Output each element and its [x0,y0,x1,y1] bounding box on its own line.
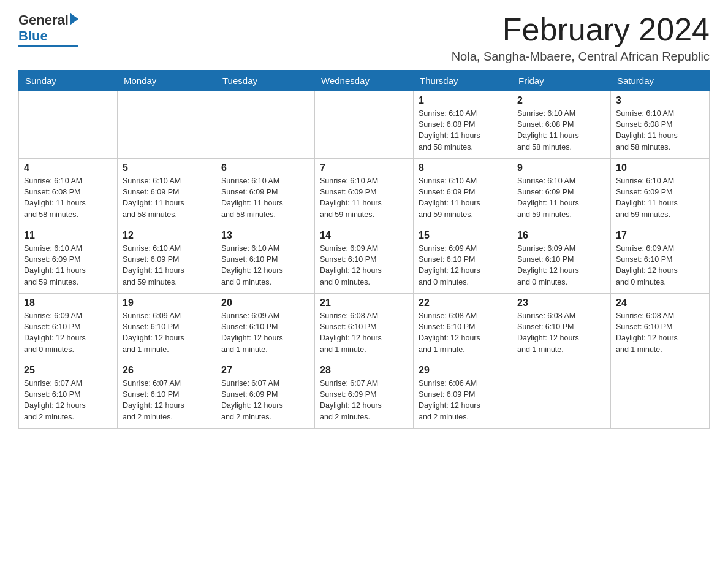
logo: General Blue [18,12,78,47]
calendar-week-row: 18Sunrise: 6:09 AM Sunset: 6:10 PM Dayli… [19,294,710,361]
calendar-day-cell: 18Sunrise: 6:09 AM Sunset: 6:10 PM Dayli… [19,294,118,361]
calendar-day-cell: 20Sunrise: 6:09 AM Sunset: 6:10 PM Dayli… [216,294,315,361]
day-info: Sunrise: 6:08 AM Sunset: 6:10 PM Dayligh… [419,310,507,355]
day-number: 8 [419,163,507,174]
day-number: 2 [517,95,605,106]
day-info: Sunrise: 6:09 AM Sunset: 6:10 PM Dayligh… [419,243,507,288]
calendar-day-cell: 28Sunrise: 6:07 AM Sunset: 6:09 PM Dayli… [315,361,414,429]
calendar-day-cell: 8Sunrise: 6:10 AM Sunset: 6:09 PM Daylig… [414,159,512,226]
day-number: 15 [419,230,507,241]
day-info: Sunrise: 6:08 AM Sunset: 6:10 PM Dayligh… [517,310,605,355]
day-info: Sunrise: 6:09 AM Sunset: 6:10 PM Dayligh… [517,243,605,288]
calendar-day-cell [512,361,611,429]
calendar-header-cell: Thursday [414,71,512,91]
calendar-body: 1Sunrise: 6:10 AM Sunset: 6:08 PM Daylig… [19,91,710,429]
day-info: Sunrise: 6:09 AM Sunset: 6:10 PM Dayligh… [221,310,309,355]
day-number: 1 [419,95,507,106]
day-number: 5 [123,163,211,174]
day-number: 22 [419,297,507,308]
calendar-header-cell: Sunday [19,71,118,91]
calendar-day-cell: 6Sunrise: 6:10 AM Sunset: 6:09 PM Daylig… [216,159,315,226]
day-number: 3 [616,95,704,106]
subtitle: Nola, Sangha-Mbaere, Central African Rep… [452,50,710,64]
page-title: February 2024 [452,12,710,47]
day-number: 25 [24,365,112,376]
calendar-day-cell: 24Sunrise: 6:08 AM Sunset: 6:10 PM Dayli… [611,294,710,361]
header: General Blue February 2024 Nola, Sangha-… [18,12,710,64]
day-info: Sunrise: 6:10 AM Sunset: 6:08 PM Dayligh… [616,108,704,153]
day-number: 18 [24,297,112,308]
calendar-day-cell: 15Sunrise: 6:09 AM Sunset: 6:10 PM Dayli… [414,226,512,294]
calendar-week-row: 4Sunrise: 6:10 AM Sunset: 6:08 PM Daylig… [19,159,710,226]
day-number: 28 [320,365,408,376]
day-number: 7 [320,163,408,174]
day-number: 26 [123,365,211,376]
calendar-header-cell: Wednesday [315,71,414,91]
calendar-day-cell: 14Sunrise: 6:09 AM Sunset: 6:10 PM Dayli… [315,226,414,294]
calendar-day-cell: 5Sunrise: 6:10 AM Sunset: 6:09 PM Daylig… [118,159,216,226]
calendar-day-cell: 2Sunrise: 6:10 AM Sunset: 6:08 PM Daylig… [512,91,611,159]
calendar-day-cell [315,91,414,159]
day-number: 24 [616,297,704,308]
day-info: Sunrise: 6:08 AM Sunset: 6:10 PM Dayligh… [320,310,408,355]
day-info: Sunrise: 6:10 AM Sunset: 6:09 PM Dayligh… [517,175,605,220]
title-area: February 2024 Nola, Sangha-Mbaere, Centr… [452,12,710,64]
day-info: Sunrise: 6:10 AM Sunset: 6:08 PM Dayligh… [517,108,605,153]
calendar-day-cell: 11Sunrise: 6:10 AM Sunset: 6:09 PM Dayli… [19,226,118,294]
day-number: 4 [24,163,112,174]
day-number: 19 [123,297,211,308]
calendar-day-cell: 10Sunrise: 6:10 AM Sunset: 6:09 PM Dayli… [611,159,710,226]
calendar-day-cell: 17Sunrise: 6:09 AM Sunset: 6:10 PM Dayli… [611,226,710,294]
calendar-week-row: 11Sunrise: 6:10 AM Sunset: 6:09 PM Dayli… [19,226,710,294]
logo-arrow-icon [70,13,78,25]
calendar-day-cell: 13Sunrise: 6:10 AM Sunset: 6:10 PM Dayli… [216,226,315,294]
calendar-day-cell [611,361,710,429]
day-info: Sunrise: 6:10 AM Sunset: 6:09 PM Dayligh… [419,175,507,220]
day-info: Sunrise: 6:09 AM Sunset: 6:10 PM Dayligh… [616,243,704,288]
calendar-day-cell: 19Sunrise: 6:09 AM Sunset: 6:10 PM Dayli… [118,294,216,361]
day-info: Sunrise: 6:10 AM Sunset: 6:08 PM Dayligh… [24,175,112,220]
calendar-day-cell [118,91,216,159]
calendar-week-row: 1Sunrise: 6:10 AM Sunset: 6:08 PM Daylig… [19,91,710,159]
day-info: Sunrise: 6:09 AM Sunset: 6:10 PM Dayligh… [24,310,112,355]
day-info: Sunrise: 6:10 AM Sunset: 6:09 PM Dayligh… [320,175,408,220]
calendar-day-cell: 22Sunrise: 6:08 AM Sunset: 6:10 PM Dayli… [414,294,512,361]
day-number: 11 [24,230,112,241]
logo-divider [18,45,78,47]
calendar-header-cell: Tuesday [216,71,315,91]
calendar-header-row: SundayMondayTuesdayWednesdayThursdayFrid… [19,71,710,91]
logo-general-text: General [18,12,69,28]
logo-blue-text: Blue [18,28,78,44]
day-info: Sunrise: 6:07 AM Sunset: 6:09 PM Dayligh… [221,378,309,423]
day-info: Sunrise: 6:10 AM Sunset: 6:09 PM Dayligh… [24,243,112,288]
day-number: 13 [221,230,309,241]
day-number: 17 [616,230,704,241]
calendar-day-cell: 23Sunrise: 6:08 AM Sunset: 6:10 PM Dayli… [512,294,611,361]
calendar-day-cell: 29Sunrise: 6:06 AM Sunset: 6:09 PM Dayli… [414,361,512,429]
calendar-day-cell: 21Sunrise: 6:08 AM Sunset: 6:10 PM Dayli… [315,294,414,361]
day-info: Sunrise: 6:10 AM Sunset: 6:09 PM Dayligh… [123,243,211,288]
day-number: 6 [221,163,309,174]
calendar-header-cell: Friday [512,71,611,91]
calendar-day-cell: 7Sunrise: 6:10 AM Sunset: 6:09 PM Daylig… [315,159,414,226]
day-info: Sunrise: 6:07 AM Sunset: 6:10 PM Dayligh… [123,378,211,423]
calendar-header-cell: Monday [118,71,216,91]
day-info: Sunrise: 6:06 AM Sunset: 6:09 PM Dayligh… [419,378,507,423]
day-number: 29 [419,365,507,376]
day-number: 14 [320,230,408,241]
day-info: Sunrise: 6:07 AM Sunset: 6:10 PM Dayligh… [24,378,112,423]
day-number: 9 [517,163,605,174]
day-info: Sunrise: 6:10 AM Sunset: 6:09 PM Dayligh… [221,175,309,220]
calendar-day-cell: 25Sunrise: 6:07 AM Sunset: 6:10 PM Dayli… [19,361,118,429]
day-info: Sunrise: 6:10 AM Sunset: 6:08 PM Dayligh… [419,108,507,153]
calendar-day-cell: 4Sunrise: 6:10 AM Sunset: 6:08 PM Daylig… [19,159,118,226]
day-number: 21 [320,297,408,308]
calendar-day-cell: 1Sunrise: 6:10 AM Sunset: 6:08 PM Daylig… [414,91,512,159]
day-info: Sunrise: 6:08 AM Sunset: 6:10 PM Dayligh… [616,310,704,355]
calendar-header-cell: Saturday [611,71,710,91]
day-number: 20 [221,297,309,308]
day-number: 27 [221,365,309,376]
calendar-table: SundayMondayTuesdayWednesdayThursdayFrid… [18,70,710,429]
day-info: Sunrise: 6:09 AM Sunset: 6:10 PM Dayligh… [320,243,408,288]
day-info: Sunrise: 6:07 AM Sunset: 6:09 PM Dayligh… [320,378,408,423]
